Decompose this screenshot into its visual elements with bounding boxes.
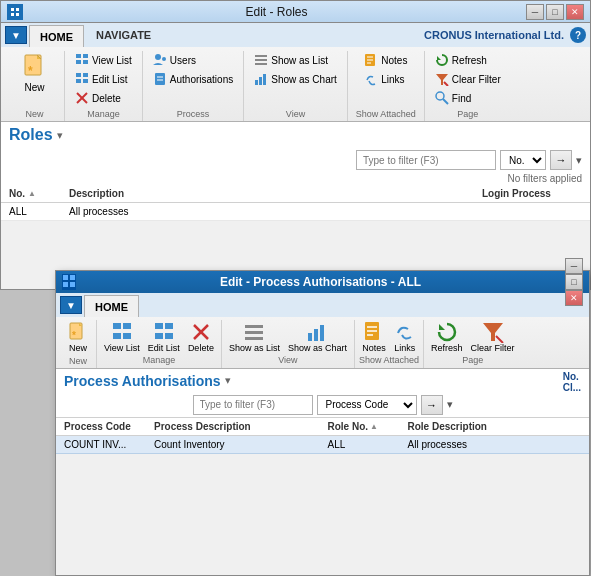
ribbon-group-manage2: View List Edit List Delete: [97, 320, 222, 368]
ribbon-content2: * New New View List: [56, 317, 589, 368]
table-header: No. ▲ Description Login Process: [1, 185, 590, 203]
svg-rect-61: [320, 325, 324, 341]
show-as-chart-button2[interactable]: Show as Chart: [285, 320, 350, 354]
links-button2[interactable]: Links: [391, 320, 419, 354]
cell-proc-desc: Count Inventory: [154, 439, 328, 450]
svg-rect-29: [263, 74, 266, 85]
ribbon-group-show-attached: Notes Links Show Attached: [348, 51, 425, 121]
show-as-chart-icon: [254, 72, 268, 86]
refresh-icon: [435, 53, 449, 67]
svg-rect-0: [9, 6, 21, 18]
tab-navigate[interactable]: NAVIGATE: [86, 26, 161, 44]
attached-group-items2: Notes Links: [359, 320, 419, 354]
window-edit-roles: Edit - Roles ─ □ ✕ ▼ HOME NAVIGATE CRONU…: [0, 0, 591, 290]
ribbon: ▼ HOME NAVIGATE CRONUS International Ltd…: [1, 23, 590, 122]
refresh-button2[interactable]: Refresh: [428, 320, 466, 354]
col-header-role-desc: Role Description: [408, 421, 582, 432]
new-button2[interactable]: * New: [64, 320, 92, 355]
links-label2: Links: [394, 343, 415, 353]
minimize-button2[interactable]: ─: [565, 258, 583, 274]
process-group-label: Process: [177, 109, 210, 121]
view-list-label: View List: [92, 55, 132, 66]
svg-rect-60: [314, 329, 318, 341]
delete-label2: Delete: [188, 343, 214, 353]
filter-expand-button2[interactable]: ▾: [447, 398, 453, 411]
clear-filter-button2[interactable]: Clear Filter: [468, 320, 518, 354]
filter-field-select2[interactable]: Process Code: [317, 395, 417, 415]
filter-field-select[interactable]: No.: [500, 150, 546, 170]
title-bar: Edit - Roles ─ □ ✕: [1, 1, 590, 23]
ribbon-dropdown2[interactable]: ▼: [60, 296, 82, 314]
maximize-button2[interactable]: □: [565, 274, 583, 290]
filter-expand-button[interactable]: ▾: [576, 154, 582, 167]
close-button[interactable]: ✕: [566, 4, 584, 20]
svg-rect-41: [63, 282, 68, 287]
ribbon-tabs2: ▼ HOME: [56, 293, 589, 317]
manage-group-items2: View List Edit List Delete: [101, 320, 217, 354]
content2: Process Authorisations ▾ No. Cl... Proce…: [56, 369, 589, 454]
links-icon: [364, 72, 378, 86]
help-button[interactable]: ?: [570, 27, 586, 43]
table-row2[interactable]: COUNT INV... Count Inventory ALL All pro…: [56, 436, 589, 454]
find-button[interactable]: Find: [433, 89, 503, 107]
new-button[interactable]: * New: [15, 51, 55, 96]
svg-rect-52: [155, 333, 163, 339]
company-name: CRONUS International Ltd.: [424, 29, 564, 41]
table-row[interactable]: ALL All processes: [1, 203, 590, 221]
filter-go-button2[interactable]: →: [421, 395, 443, 415]
view-list-button2[interactable]: View List: [101, 320, 143, 354]
users-button[interactable]: Users: [151, 51, 235, 69]
close-button2[interactable]: ✕: [565, 290, 583, 306]
edit-list-button2[interactable]: Edit List: [145, 320, 183, 354]
cell-desc: All processes: [69, 206, 482, 217]
no-filters-label: No filters applied: [1, 172, 590, 185]
authorisations-button[interactable]: Authorisations: [151, 70, 235, 88]
tab-home2[interactable]: HOME: [84, 295, 139, 317]
svg-rect-56: [245, 325, 263, 328]
show-as-list-button2[interactable]: Show as List: [226, 320, 283, 354]
edit-list-label: Edit List: [92, 74, 128, 85]
svg-rect-24: [255, 55, 267, 57]
show-as-list-label2: Show as List: [229, 343, 280, 353]
notes-button[interactable]: Notes: [362, 51, 409, 69]
window-title2: Edit - Process Authorisations - ALL: [76, 275, 565, 289]
ribbon2: ▼ HOME * New: [56, 293, 589, 369]
svg-rect-1: [11, 8, 14, 11]
delete-icon: [75, 91, 89, 105]
filter-go-button[interactable]: →: [550, 150, 572, 170]
svg-line-68: [496, 336, 503, 343]
show-attached-group-label: Show Attached: [356, 109, 416, 121]
ribbon-group-page: Refresh Clear Filter Find: [425, 51, 511, 121]
authorisations-label: Authorisations: [170, 74, 233, 85]
window-controls: ─ □ ✕: [526, 4, 584, 20]
show-as-chart-button[interactable]: Show as Chart: [252, 70, 339, 88]
edit-list-button[interactable]: Edit List: [73, 70, 134, 88]
page-title: Roles: [9, 126, 53, 144]
notes-icon2: [363, 321, 385, 343]
new-label2: New: [69, 343, 87, 354]
svg-rect-59: [308, 333, 312, 341]
tab-home[interactable]: HOME: [29, 25, 84, 47]
delete-button2[interactable]: Delete: [185, 320, 217, 354]
minimize-button[interactable]: ─: [526, 4, 544, 20]
ribbon-dropdown[interactable]: ▼: [5, 26, 27, 44]
clear-filter-button[interactable]: Clear Filter: [433, 70, 503, 88]
maximize-button[interactable]: □: [546, 4, 564, 20]
page-title-dropdown[interactable]: ▾: [57, 129, 63, 142]
manage-group-items: View List Edit List Delete: [73, 51, 134, 107]
filter-input2[interactable]: [193, 395, 313, 415]
view-list-button[interactable]: View List: [73, 51, 134, 69]
sort-icon-role-no: ▲: [370, 422, 378, 431]
ribbon-content: * New New View L: [1, 47, 590, 121]
refresh-button[interactable]: Refresh: [433, 51, 503, 69]
process-col: Users Authorisations: [151, 51, 235, 88]
show-as-list-button[interactable]: Show as List: [252, 51, 339, 69]
filter-input[interactable]: [356, 150, 496, 170]
delete-button[interactable]: Delete: [73, 89, 134, 107]
page-title-dropdown2[interactable]: ▾: [225, 374, 231, 387]
refresh-icon2: [436, 321, 458, 343]
col-header-no: No. ▲: [9, 188, 69, 199]
notes-button2[interactable]: Notes: [359, 320, 389, 354]
links-button[interactable]: Links: [362, 70, 409, 88]
links-label: Links: [381, 74, 404, 85]
